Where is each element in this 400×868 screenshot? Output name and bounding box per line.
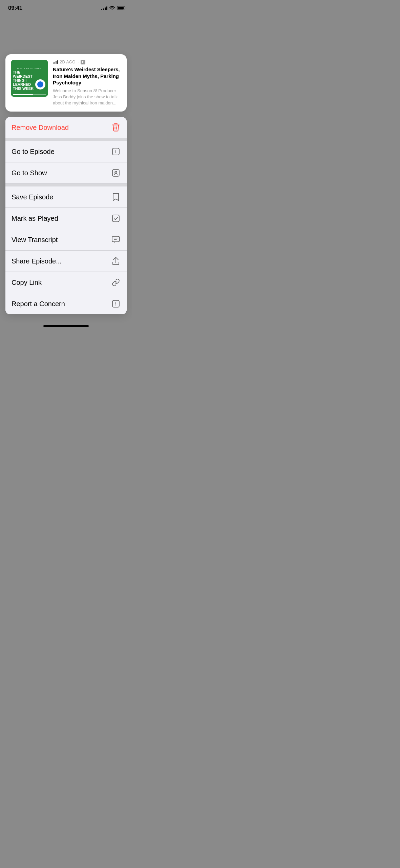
exclamation-bubble-icon xyxy=(111,299,121,309)
go-to-episode-label: Go to Episode xyxy=(12,148,55,156)
battery-icon xyxy=(117,6,125,10)
wifi-icon xyxy=(109,6,115,10)
share-episode-item[interactable]: Share Episode... xyxy=(5,251,127,272)
copy-link-item[interactable]: Copy Link xyxy=(5,272,127,293)
go-to-show-label: Go to Show xyxy=(12,169,47,177)
go-to-episode-item[interactable]: Go to Episode xyxy=(5,141,127,162)
episode-artwork: POPULAR SCIENCE THEWEIRDESTTHING ILEARNE… xyxy=(11,60,48,97)
status-bar: 09:41 xyxy=(0,0,132,14)
menu-divider-1 xyxy=(5,138,127,141)
svg-point-3 xyxy=(115,172,116,173)
share-icon xyxy=(111,256,121,266)
signal-bars-icon xyxy=(101,6,107,10)
quote-bubble-icon xyxy=(111,235,121,244)
episode-card: POPULAR SCIENCE THEWEIRDESTTHING ILEARNE… xyxy=(5,54,127,112)
view-transcript-label: View Transcript xyxy=(12,236,58,244)
artwork-eye xyxy=(35,79,45,90)
trash-icon xyxy=(111,123,121,132)
episode-time-ago: 2D AGO xyxy=(60,60,76,64)
info-square-icon xyxy=(111,147,121,156)
go-to-show-item[interactable]: Go to Show xyxy=(5,162,127,184)
link-icon xyxy=(111,278,121,287)
home-bar xyxy=(43,325,89,327)
menu-divider-2 xyxy=(5,184,127,186)
svg-rect-1 xyxy=(112,170,119,176)
episode-meta: 2D AGO · E xyxy=(53,60,121,64)
save-episode-label: Save Episode xyxy=(12,193,53,201)
remove-download-label: Remove Download xyxy=(12,124,69,132)
meta-signal-icon xyxy=(53,60,58,64)
view-transcript-item[interactable]: View Transcript xyxy=(5,229,127,251)
bookmark-icon xyxy=(111,192,121,202)
copy-link-label: Copy Link xyxy=(12,279,42,287)
episode-title: Nature's Weirdest Sleepers, Iron Maiden … xyxy=(53,66,121,86)
report-concern-label: Report a Concern xyxy=(12,300,65,308)
status-time: 09:41 xyxy=(8,5,22,12)
svg-rect-5 xyxy=(112,236,120,242)
home-indicator xyxy=(0,321,132,329)
artwork-top-label: POPULAR SCIENCE xyxy=(13,67,46,70)
podcast-icon xyxy=(111,168,121,178)
save-episode-item[interactable]: Save Episode xyxy=(5,186,127,208)
episode-info: 2D AGO · E Nature's Weirdest Sleepers, I… xyxy=(53,60,121,106)
svg-rect-4 xyxy=(112,215,119,222)
artwork-progress xyxy=(13,94,46,95)
share-episode-label: Share Episode... xyxy=(12,257,62,265)
mark-as-played-label: Mark as Played xyxy=(12,215,58,222)
checkmark-square-icon xyxy=(111,214,121,223)
mark-as-played-item[interactable]: Mark as Played xyxy=(5,208,127,229)
episode-description: Welcome to Season 8! Producer Jess Boddy… xyxy=(53,88,121,106)
report-concern-item[interactable]: Report a Concern xyxy=(5,293,127,314)
explicit-badge: E xyxy=(81,60,85,64)
remove-download-item[interactable]: Remove Download xyxy=(5,117,127,138)
status-icons xyxy=(101,6,125,10)
episode-meta-dot: · xyxy=(78,60,79,64)
context-menu: Remove Download Go to Episode Go to Show xyxy=(5,117,127,314)
